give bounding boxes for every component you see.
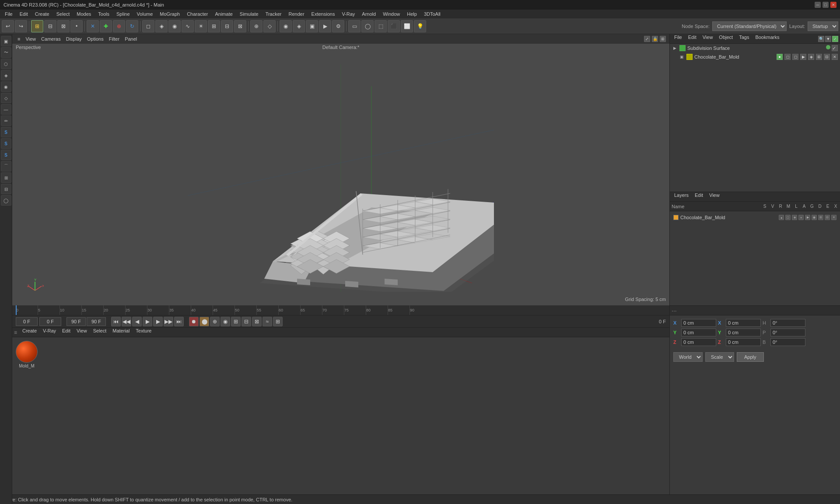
sidebar-deform-button[interactable]: ◈ bbox=[1, 70, 11, 80]
sidebar-spline-button[interactable]: 〜 bbox=[1, 47, 11, 58]
fps-input-2[interactable] bbox=[87, 317, 106, 326]
icon-box-7[interactable]: ✕ bbox=[832, 54, 838, 60]
layout-dropdown[interactable]: Startup bbox=[808, 21, 838, 31]
layer-icon-7[interactable]: ⊞ bbox=[818, 215, 823, 220]
mat-select-menu[interactable]: Select bbox=[91, 328, 109, 337]
layer-icon-3[interactable]: ◈ bbox=[792, 215, 797, 220]
camera-button[interactable]: ⊞ bbox=[208, 20, 220, 32]
menu-item-animate[interactable]: Animate bbox=[212, 10, 235, 18]
record-button[interactable]: ⏺ bbox=[189, 317, 199, 326]
prev-step-button[interactable]: ◀ bbox=[132, 317, 142, 326]
mat-vray-menu[interactable]: V-Ray bbox=[40, 328, 59, 337]
sidebar-grid1-button[interactable]: ⊞ bbox=[1, 172, 11, 183]
render-frame-button[interactable]: ▣ bbox=[306, 20, 318, 32]
obj-check-icon[interactable]: ✓ bbox=[832, 36, 838, 42]
preview-button[interactable]: ◉ bbox=[220, 317, 230, 326]
obj-file-menu[interactable]: File bbox=[672, 35, 685, 43]
sidebar-arc-button[interactable]: ⌒ bbox=[1, 161, 11, 172]
world-dropdown[interactable]: World bbox=[673, 352, 703, 362]
array-button[interactable]: ⊠ bbox=[234, 20, 246, 32]
obj-search-icon[interactable]: 🔍 bbox=[818, 36, 824, 42]
menu-item-character[interactable]: Character bbox=[184, 10, 211, 18]
close-button[interactable]: ✕ bbox=[830, 2, 836, 8]
viewport-menu-cameras[interactable]: View bbox=[24, 36, 38, 42]
y-value-input[interactable] bbox=[681, 329, 716, 336]
sidebar-s3-button[interactable]: S bbox=[1, 150, 11, 160]
select-tool-button[interactable]: ✕ bbox=[87, 20, 99, 32]
deform-button[interactable]: ⊟ bbox=[221, 20, 233, 32]
icon-box-4[interactable]: ◈ bbox=[808, 54, 814, 60]
timeline-ruler[interactable]: 0 5 10 15 20 25 30 35 40 45 50 55 60 65 … bbox=[12, 305, 669, 315]
y2-value-input[interactable] bbox=[726, 329, 761, 336]
mode-poly-button[interactable]: ⊠ bbox=[57, 20, 70, 32]
viewport-menu-panel[interactable]: Filter bbox=[107, 36, 121, 42]
obj-edit-menu[interactable]: Edit bbox=[686, 35, 699, 43]
menu-item-edit[interactable]: Edit bbox=[17, 10, 31, 18]
frame-display[interactable] bbox=[39, 317, 61, 326]
stage-button[interactable]: ⬜ bbox=[401, 20, 413, 32]
layer-icon-2[interactable]: ◻ bbox=[785, 215, 791, 220]
material-menu-icon[interactable]: ≡ bbox=[14, 329, 17, 336]
viewport-lock-icon[interactable]: 🔒 bbox=[652, 36, 658, 42]
layer-icon-6[interactable]: ◉ bbox=[812, 215, 817, 220]
layer-icon-8[interactable]: ⊟ bbox=[825, 215, 830, 220]
menu-item-tracker[interactable]: Tracker bbox=[262, 10, 285, 18]
sky-button[interactable]: ◯ bbox=[361, 20, 374, 32]
snap-button[interactable]: ⊕ bbox=[250, 20, 262, 32]
sidebar-model-button[interactable]: ▣ bbox=[1, 36, 11, 46]
render-view-button[interactable]: ◉ bbox=[280, 20, 292, 32]
mat-view-menu[interactable]: View bbox=[74, 328, 90, 337]
viewport-menu-options[interactable]: Display bbox=[64, 36, 84, 42]
viewport-menu-filter[interactable]: Options bbox=[85, 36, 105, 42]
check-mark-1[interactable]: ✓ bbox=[832, 45, 838, 51]
z2-value-input[interactable] bbox=[726, 338, 761, 346]
timeline-playhead[interactable] bbox=[16, 305, 17, 315]
obj-row-subdivision[interactable]: ▶ Subdivision Surface ✓ bbox=[670, 44, 840, 52]
material-ball-mold[interactable] bbox=[16, 341, 38, 363]
spline-button[interactable]: ∿ bbox=[182, 20, 194, 32]
sidebar-mesh-button[interactable]: ⬡ bbox=[1, 59, 11, 69]
x-value-input[interactable] bbox=[681, 319, 716, 327]
obj-filter-icon[interactable]: ▼ bbox=[825, 36, 831, 42]
sidebar-pencil-button[interactable]: ✏ bbox=[1, 116, 11, 126]
rotate-tool-button[interactable]: ↻ bbox=[126, 20, 138, 32]
menu-item-v-ray[interactable]: V-Ray bbox=[339, 10, 358, 18]
mode-object-button[interactable]: ⊞ bbox=[31, 20, 43, 32]
motion-path-button[interactable]: ⊕ bbox=[210, 317, 220, 326]
menu-item-render[interactable]: Render bbox=[286, 10, 308, 18]
z-value-input[interactable] bbox=[681, 338, 716, 346]
foreground-button[interactable]: ⬛ bbox=[388, 20, 400, 32]
subdivision-expand-icon[interactable]: ▶ bbox=[672, 45, 678, 51]
auto-key-button[interactable]: ⬤ bbox=[200, 317, 209, 326]
layer-icon-5[interactable]: ▶ bbox=[805, 215, 810, 220]
obj-row-chocolate-bar[interactable]: ▣ Chocolate_Bar_Mold ● ◻ ◻ ▶ ◈ ⊞ ⊟ ✕ bbox=[670, 52, 840, 61]
redo-button[interactable]: ↪ bbox=[15, 20, 27, 32]
icon-box-1[interactable]: ◻ bbox=[784, 54, 791, 60]
menu-item-window[interactable]: Window bbox=[380, 10, 403, 18]
obj-tags-menu[interactable]: Tags bbox=[736, 35, 752, 43]
create-tool-button[interactable]: ◻ bbox=[142, 20, 154, 32]
mode-edge-button[interactable]: ⊟ bbox=[44, 20, 56, 32]
layer-edit-menu[interactable]: Edit bbox=[692, 192, 706, 201]
render-anim-button[interactable]: ▶ bbox=[319, 20, 331, 32]
lightbulb-button[interactable]: 💡 bbox=[414, 20, 426, 32]
icon-box-6[interactable]: ⊟ bbox=[824, 54, 830, 60]
menu-item-simulate[interactable]: Simulate bbox=[237, 10, 262, 18]
obj-bookmarks-menu[interactable]: Bookmarks bbox=[752, 35, 782, 43]
viewport-menu-view[interactable]: ≡ bbox=[16, 36, 22, 42]
sculpt-button[interactable]: ◈ bbox=[155, 20, 168, 32]
obj-view-menu[interactable]: View bbox=[700, 35, 716, 43]
menu-item-create[interactable]: Create bbox=[32, 10, 52, 18]
menu-item-3dtoall[interactable]: 3DToAll bbox=[421, 10, 444, 18]
green-dot-2[interactable]: ● bbox=[777, 54, 783, 60]
go-start-button[interactable]: ⏮ bbox=[111, 317, 121, 326]
menu-item-extensions[interactable]: Extensions bbox=[308, 10, 338, 18]
floor-button[interactable]: ▭ bbox=[348, 20, 360, 32]
layer-icon-9[interactable]: ✕ bbox=[831, 215, 836, 220]
menu-item-file[interactable]: File bbox=[2, 10, 16, 18]
morph-button[interactable]: ⊟ bbox=[242, 317, 251, 326]
sidebar-lines-button[interactable]: — bbox=[1, 104, 11, 115]
apply-button[interactable]: Apply bbox=[737, 352, 764, 362]
menu-item-select[interactable]: Select bbox=[53, 10, 73, 18]
knife-button[interactable]: ◇ bbox=[263, 20, 276, 32]
